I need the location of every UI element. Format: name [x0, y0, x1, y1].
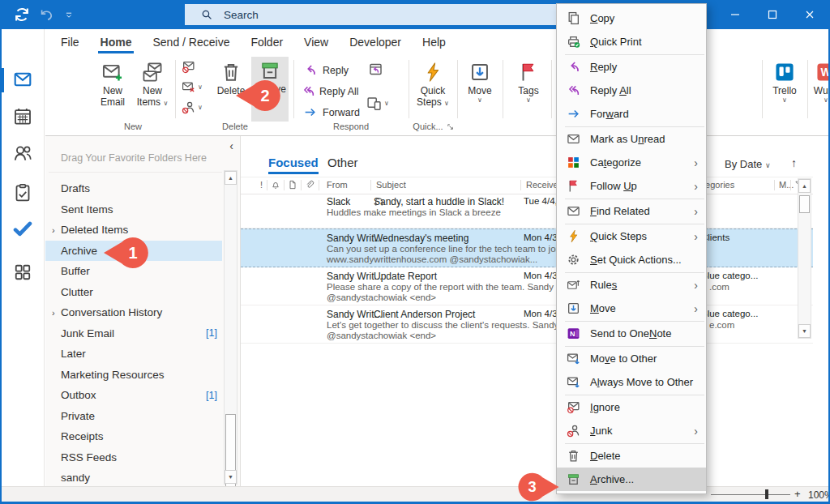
folder-item-outbox[interactable]: Outbox[1] [45, 385, 222, 406]
email-row[interactable]: Sandy Writ...Wednesday's meetingMon 4/3C… [241, 229, 813, 267]
menu-item-move-to-other[interactable]: Move to Other [557, 347, 706, 370]
scrollbar-thumb[interactable] [799, 195, 810, 213]
trello-button[interactable]: Trello ∨ [765, 58, 804, 122]
ribbon-tab-view[interactable]: View [293, 29, 339, 55]
zoom-in-button[interactable]: + [794, 488, 801, 500]
sort-ascending-icon[interactable]: ↑ [791, 156, 797, 169]
folder-item-later[interactable]: Later [45, 344, 222, 365]
new-email-button[interactable]: New Email [94, 58, 131, 122]
menu-item-quick-print[interactable]: Quick Print [557, 30, 706, 53]
ribbon-tab-help[interactable]: Help [412, 29, 456, 55]
menu-item-follow-up[interactable]: Follow Up› [557, 174, 706, 198]
menu-item-junk[interactable]: Junk› [557, 419, 706, 442]
email-row[interactable]: Sandy Writ...Update ReportMon 4/3Blue ca… [241, 267, 813, 305]
menu-item-send-to-onenote[interactable]: NSend to OneNote [557, 322, 706, 345]
tab-other[interactable]: Other [327, 156, 358, 169]
menu-item-archive[interactable]: Archive... [557, 468, 706, 491]
maximize-button[interactable] [754, 0, 791, 29]
folder-item-private[interactable]: Private [45, 406, 222, 427]
more-respond-actions-button[interactable]: ∨ [366, 96, 389, 111]
move-button[interactable]: Move ∨ [460, 58, 499, 122]
clean-up-button[interactable]: ∨ [182, 80, 203, 94]
folder-item-sent-items[interactable]: Sent Items [45, 199, 222, 220]
ribbon-tab-file[interactable]: File [50, 29, 90, 55]
zoom-level[interactable]: 100% [808, 489, 830, 501]
column-header-row[interactable]: ! From Subject Received Categories M... [241, 177, 813, 194]
menu-item-reply[interactable]: Reply [557, 55, 706, 79]
minimize-button[interactable] [717, 0, 754, 29]
attachment-icon[interactable] [305, 180, 314, 190]
tags-button[interactable]: Tags ∨ [509, 58, 548, 122]
tasks-module-icon[interactable] [13, 183, 32, 203]
menu-item-forward[interactable]: Forward [557, 102, 706, 126]
menu-item-copy[interactable]: Copy [557, 6, 706, 30]
scroll-up-button[interactable]: ▲ [798, 179, 811, 193]
undo-icon[interactable] [39, 7, 53, 22]
dialog-launcher-icon[interactable] [446, 122, 455, 131]
menu-item-find-related[interactable]: Find Related› [557, 199, 706, 223]
wunderlist-button[interactable]: W Wunc ∨ [809, 58, 830, 122]
ribbon-tab-send-receive[interactable]: Send / Receive [142, 29, 240, 55]
junk-button[interactable]: ∨ [182, 100, 203, 114]
subject-column[interactable]: Subject [376, 180, 406, 190]
menu-item-move[interactable]: Move› [557, 297, 706, 320]
calendar-module-icon[interactable] [13, 107, 32, 126]
menu-item-reply-all[interactable]: Reply All [557, 79, 706, 102]
people-module-icon[interactable] [13, 143, 32, 163]
from-column[interactable]: From [327, 180, 348, 190]
folder-item-sandy[interactable]: sandy [45, 468, 222, 486]
new-items-button[interactable]: New Items ∨ [133, 58, 172, 122]
scroll-down-button[interactable]: ▼ [798, 324, 811, 338]
collapse-folder-pane-icon[interactable]: ‹ [229, 139, 233, 152]
scroll-up-button[interactable]: ▲ [225, 171, 237, 185]
ignore-button[interactable] [182, 60, 195, 74]
email-row[interactable]: Sandy Writ...Client Anderson ProjectMon … [241, 305, 813, 344]
folder-item-conversation-history[interactable]: ›Conversation History [45, 302, 222, 323]
ribbon-tab-home[interactable]: Home [90, 29, 143, 55]
email-row[interactable]: SlackSandy, start a huddle in Slack!Tue … [241, 193, 813, 229]
menu-item-always-move-to-other[interactable]: Always Move to Other [557, 370, 706, 394]
forward-button[interactable]: Forward [303, 105, 360, 119]
menu-item-categorize[interactable]: Categorize› [557, 151, 706, 174]
tab-focused[interactable]: Focused [268, 156, 319, 174]
scroll-down-button[interactable]: ▼ [225, 470, 237, 484]
item-type-icon[interactable] [288, 180, 297, 190]
context-menu: CopyQuick PrintReplyReply AllForwardMark… [556, 3, 707, 494]
apps-grid-icon[interactable] [13, 263, 32, 282]
customize-quick-access-chevron-icon[interactable] [65, 11, 73, 19]
reminder-bell-icon[interactable] [271, 180, 280, 190]
mention-column[interactable]: M... [779, 180, 794, 190]
todo-module-icon[interactable] [13, 220, 32, 237]
menu-item-ignore[interactable]: Ignore [557, 395, 706, 419]
menu-item-delete[interactable]: Delete [557, 444, 706, 468]
menu-item-rules[interactable]: Rules› [557, 273, 706, 297]
sort-by-date-dropdown[interactable]: By Date ∨ [725, 158, 770, 170]
folder-item-junk-email[interactable]: Junk Email[1] [45, 323, 222, 344]
menu-item-quick-steps[interactable]: Quick Steps› [557, 224, 706, 248]
send-receive-sync-icon[interactable] [13, 6, 31, 23]
folder-item-drafts[interactable]: Drafts [45, 178, 222, 199]
ribbon-tab-developer[interactable]: Developer [339, 29, 412, 55]
reply-all-button[interactable]: Reply All [302, 84, 359, 98]
meeting-button[interactable] [368, 62, 383, 77]
menu-item-set-quick-actions[interactable]: Set Quick Actions... [557, 248, 706, 271]
folder-pane-scrollbar[interactable]: ▲ ▼ [224, 170, 237, 485]
close-button[interactable] [791, 0, 828, 29]
folder-item-rss-feeds[interactable]: RSS Feeds [45, 447, 222, 468]
expand-chevron-icon[interactable]: › [52, 308, 55, 318]
message-list-scrollbar[interactable]: ▲ ▼ [798, 178, 811, 339]
folder-item-clutter[interactable]: Clutter [45, 282, 222, 303]
folder-label: Clutter [61, 286, 93, 298]
expand-chevron-icon[interactable]: › [52, 225, 55, 235]
zoom-slider-track[interactable] [711, 494, 790, 495]
importance-column[interactable]: ! [260, 180, 263, 190]
folder-item-marketing-resources[interactable]: Marketing Resources [45, 365, 222, 386]
quick-steps-button[interactable]: Quick Steps ∨ [412, 58, 454, 122]
folder-item-receipts[interactable]: Receipts [45, 426, 222, 447]
reply-button[interactable]: Reply [303, 63, 349, 77]
search-input[interactable]: Search [185, 4, 559, 25]
zoom-slider-thumb[interactable] [765, 489, 768, 499]
menu-item-mark-as-unread[interactable]: Mark as Unread [557, 127, 706, 151]
ribbon-tab-folder[interactable]: Folder [240, 29, 293, 55]
mail-module-icon[interactable] [13, 70, 32, 89]
